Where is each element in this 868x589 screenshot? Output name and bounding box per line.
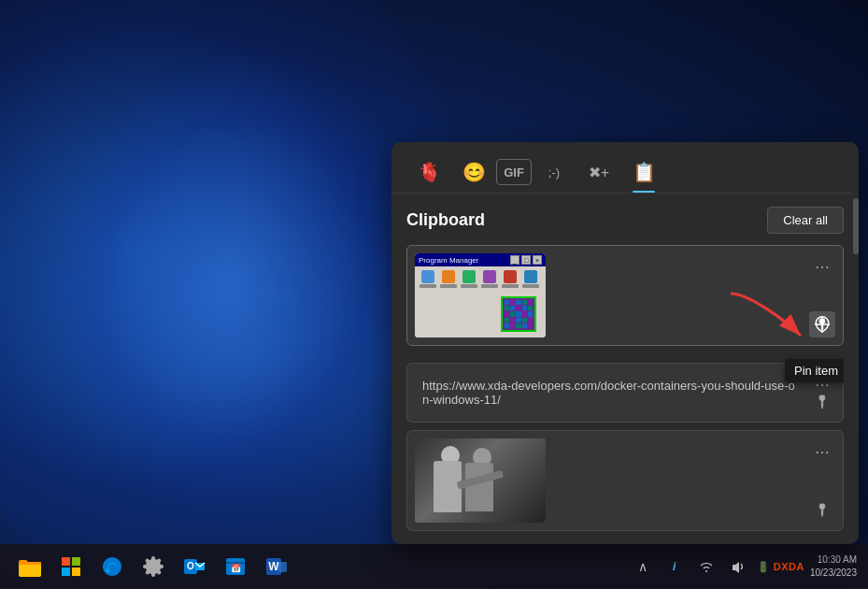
photo-figure-2 (465, 463, 493, 511)
ss-cell (522, 311, 527, 316)
ss-cell (516, 300, 520, 305)
taskbar-word-icon[interactable]: W (258, 548, 295, 585)
tab-symbols[interactable]: ✖+ (576, 151, 621, 193)
ss-cell (528, 300, 533, 305)
svg-rect-7 (72, 557, 80, 566)
taskbar-system-tray: ∧ i 🔋 DXDA 10:30 AM 1 (619, 548, 868, 585)
panel-tabs: 🫀 😊 GIF ;-) ✖+ 📋 (391, 142, 859, 194)
tab-gif[interactable]: GIF (496, 159, 532, 185)
ss-icon-2 (439, 270, 458, 291)
ss-icon-img-3 (462, 270, 476, 283)
screenshot-sim: Program Manager _ □ × (415, 253, 546, 338)
svg-rect-9 (72, 567, 80, 576)
ss-icon-4 (480, 270, 499, 291)
ss-cell (505, 323, 509, 328)
taskbar-chevron-icon[interactable]: ∧ (630, 548, 656, 585)
taskbar: O 📅 W (0, 544, 868, 589)
ss-cell (505, 318, 509, 323)
taskbar-store-icon[interactable] (52, 548, 90, 585)
item-3-menu-button[interactable]: ⋯ (809, 438, 835, 465)
panel-scrollbar[interactable] (853, 189, 859, 544)
clipboard-item-1[interactable]: Program Manager _ □ × (406, 245, 844, 346)
settings-icon-svg (142, 555, 164, 578)
ss-icon-label-4 (481, 284, 498, 288)
svg-text:O: O (187, 561, 194, 571)
item-3-content (407, 431, 843, 530)
clear-all-button[interactable]: Clear all (767, 207, 844, 234)
ss-icon-img-5 (504, 270, 517, 283)
item-3-pin-button[interactable] (809, 496, 835, 523)
clipboard-item-3[interactable]: ⋯ (406, 430, 844, 531)
item-2-url-text: https://www.xda-developers.com/docker-co… (422, 379, 796, 407)
files-icon-svg (19, 556, 41, 577)
ss-cell (516, 323, 520, 328)
ss-icon-5 (501, 270, 519, 291)
tab-kaomoji[interactable]: ;-) (532, 151, 576, 193)
tab-emoticon[interactable]: 😊 (451, 151, 496, 193)
desktop: 🫀 😊 GIF ;-) ✖+ 📋 Clipboard Clear all (0, 0, 868, 589)
ss-icon-img-1 (421, 270, 434, 283)
ss-cell (510, 318, 515, 323)
ss-icon-label-2 (440, 284, 457, 288)
item-1-menu-button[interactable]: ⋯ (809, 253, 835, 280)
ss-cell (522, 323, 527, 328)
clipboard-title: Clipboard (406, 210, 485, 230)
ss-icon-3 (460, 270, 478, 291)
ss-cell (510, 300, 515, 305)
photo-sim (415, 438, 546, 523)
tab-emoji[interactable]: 🫀 (406, 151, 451, 193)
system-time[interactable]: 10:30 AM 10/23/2023 (810, 553, 857, 580)
taskbar-outlook-calendar-icon[interactable]: 📅 (217, 548, 254, 585)
clipboard-items-list: Program Manager _ □ × (406, 245, 844, 531)
ss-body (415, 266, 546, 338)
ss-close: × (533, 255, 542, 265)
ss-icon-6 (521, 270, 540, 291)
taskbar-files-icon[interactable] (11, 548, 49, 585)
ss-icon-img-6 (524, 270, 537, 283)
ss-cell (510, 306, 515, 310)
ss-cell (505, 306, 509, 310)
item-3-thumbnail (415, 438, 546, 523)
taskbar-volume-icon[interactable] (725, 548, 751, 585)
xda-watermark: 🔋 DXDA (757, 561, 804, 573)
taskbar-info-icon[interactable]: i (662, 548, 688, 585)
taskbar-settings-icon[interactable] (135, 548, 172, 585)
clipboard-section: Clipboard Clear all Program Manager _ (391, 194, 859, 544)
item-1-pin-button[interactable] (809, 311, 835, 338)
ss-cell (528, 311, 533, 316)
taskbar-outlook-icon[interactable]: O (176, 548, 213, 585)
ss-icon-1 (419, 270, 437, 291)
ss-icon-label-5 (502, 284, 519, 288)
ss-icon-img-4 (483, 270, 496, 283)
ss-cell (516, 318, 520, 323)
ss-cell (522, 300, 527, 305)
xda-text: DXDA (774, 561, 804, 572)
ss-icon-label-6 (522, 284, 539, 288)
item-2-pin-button[interactable] (809, 388, 835, 414)
ss-icon-img-2 (442, 270, 455, 283)
ss-cell (528, 306, 533, 310)
volume-icon-svg (731, 560, 746, 573)
date-display: 10/23/2023 (810, 567, 857, 580)
pin-icon (814, 316, 831, 333)
taskbar-wifi-icon[interactable] (693, 548, 719, 585)
tab-clipboard[interactable]: 📋 (621, 151, 666, 193)
ss-icon-label-1 (420, 284, 436, 288)
clipboard-item-2[interactable]: https://www.xda-developers.com/docker-co… (406, 363, 844, 423)
ss-maximize: □ (521, 255, 531, 265)
ss-grid (501, 296, 536, 332)
ss-cell (516, 306, 520, 310)
taskbar-left: O 📅 W (0, 548, 306, 585)
svg-rect-8 (62, 567, 70, 576)
pin-icon-2 (814, 393, 831, 409)
ss-cell (505, 311, 509, 316)
wifi-icon-svg (699, 560, 714, 573)
svg-text:📅: 📅 (231, 563, 242, 574)
taskbar-edge-icon[interactable] (93, 548, 131, 585)
emoji-clipboard-panel: 🫀 😊 GIF ;-) ✖+ 📋 Clipboard Clear all (391, 142, 859, 544)
outlook-calendar-icon-svg: 📅 (224, 555, 247, 578)
item-2-content: https://www.xda-developers.com/docker-co… (407, 364, 843, 422)
ss-cell (516, 311, 520, 316)
svg-rect-18 (278, 562, 287, 572)
ss-cell (528, 323, 533, 328)
